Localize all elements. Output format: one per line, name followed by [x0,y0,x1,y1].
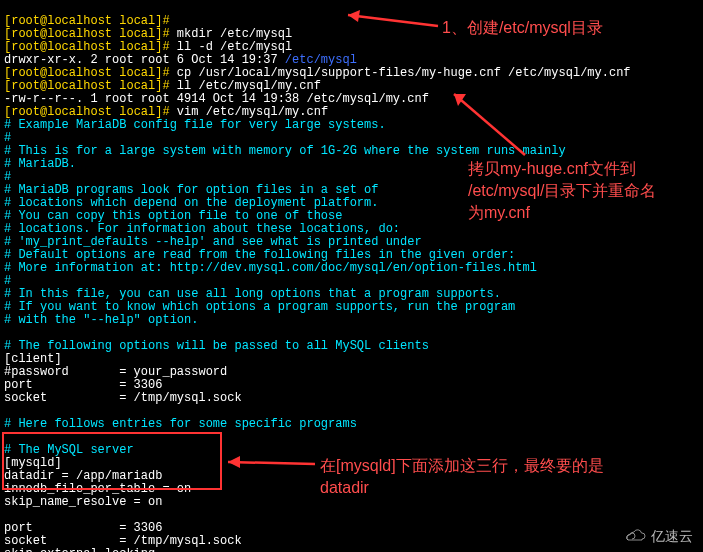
config-skipname: skip_name_resolve = on [4,495,162,509]
watermark: 亿速云 [623,528,693,544]
annotation-3-line1: 在[mysqld]下面添加这三行，最终要的是 [320,455,604,477]
prompt-line: [root@localhost local]# [4,66,170,80]
annotation-2-line2: /etc/mysql/目录下并重命名 [468,180,656,202]
file-comment: # In this file, you can use all long opt… [4,287,501,301]
ls-output: drwxr-xr-x. 2 root root 6 Oct 14 19:37 [4,53,285,67]
highlight-box [2,432,222,490]
file-comment: # The following options will be passed t… [4,339,429,353]
file-comment: # MariaDB. [4,157,76,171]
cmd-ll1: ll -d /etc/mysql [177,40,292,54]
config-line: socket = /tmp/mysql.sock [4,534,242,548]
watermark-text: 亿速云 [651,530,693,543]
file-comment: # MariaDB programs look for option files… [4,183,378,197]
file-comment: # This is for a large system with memory… [4,144,566,158]
file-comment: # locations which depend on the deployme… [4,196,378,210]
cmd-mkdir: mkdir /etc/mysql [177,27,292,41]
annotation-2-line1: 拷贝my-huge.cnf文件到 [468,158,656,180]
file-comment: # 'my_print_defaults --help' and see wha… [4,235,422,249]
annotation-2: 拷贝my-huge.cnf文件到 /etc/mysql/目录下并重命名 为my.… [468,158,656,224]
config-line: port = 3306 [4,378,162,392]
file-comment: # [4,274,11,288]
file-comment: # More information at: http://dev.mysql.… [4,261,537,275]
prompt-line: [root@localhost local]# [4,79,170,93]
dir-path: /etc/mysql [285,53,357,67]
prompt-line: [root@localhost local]# [4,105,170,119]
prompt-line: [root@localhost local]# [4,27,170,41]
config-line: port = 3306 [4,521,162,535]
annotation-3: 在[mysqld]下面添加这三行，最终要的是 datadir [320,455,604,499]
cmd-ll2: ll /etc/mysql/my.cnf [177,79,321,93]
file-comment: # If you want to know which options a pr… [4,300,515,314]
section-client: [client] [4,352,62,366]
annotation-1: 1、创建/etc/mysql目录 [442,17,603,39]
annotation-2-line3: 为my.cnf [468,202,656,224]
file-comment: # Here follows entries for some specific… [4,417,357,431]
cloud-icon [623,528,647,544]
config-line: skip-external-locking [4,547,155,552]
config-line: socket = /tmp/mysql.sock [4,391,242,405]
config-line: #password = your_password [4,365,227,379]
file-comment: # [4,170,11,184]
annotation-3-line2: datadir [320,477,604,499]
file-comment: # Example MariaDB config file for very l… [4,118,386,132]
file-comment: # You can copy this option file to one o… [4,209,342,223]
file-comment: # [4,131,11,145]
file-comment: # with the "--help" option. [4,313,198,327]
cmd-vim: vim /etc/mysql/my.cnf [177,105,328,119]
file-comment: # locations. For information about these… [4,222,400,236]
cmd-cp: cp /usr/local/mysql/support-files/my-hug… [177,66,631,80]
prompt-line: [root@localhost local]# [4,40,170,54]
file-comment: # Default options are read from the foll… [4,248,515,262]
prompt-line: [root@localhost local]# [4,14,170,28]
ls-output: -rw-r--r--. 1 root root 4914 Oct 14 19:3… [4,92,429,106]
